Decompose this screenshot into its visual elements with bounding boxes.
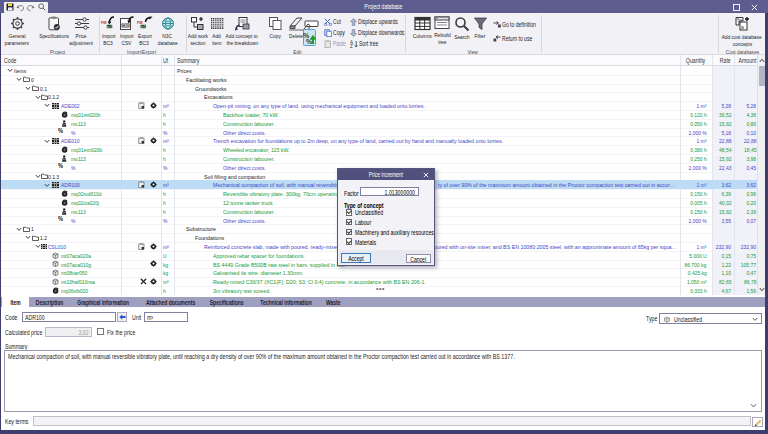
svg-text:CSV: CSV	[122, 23, 130, 27]
svg-text:Fa: Fa	[737, 16, 742, 21]
svg-text:bc3: bc3	[107, 24, 112, 28]
svg-text:bc3: bc3	[140, 24, 145, 28]
svg-text:a: a	[741, 23, 744, 29]
